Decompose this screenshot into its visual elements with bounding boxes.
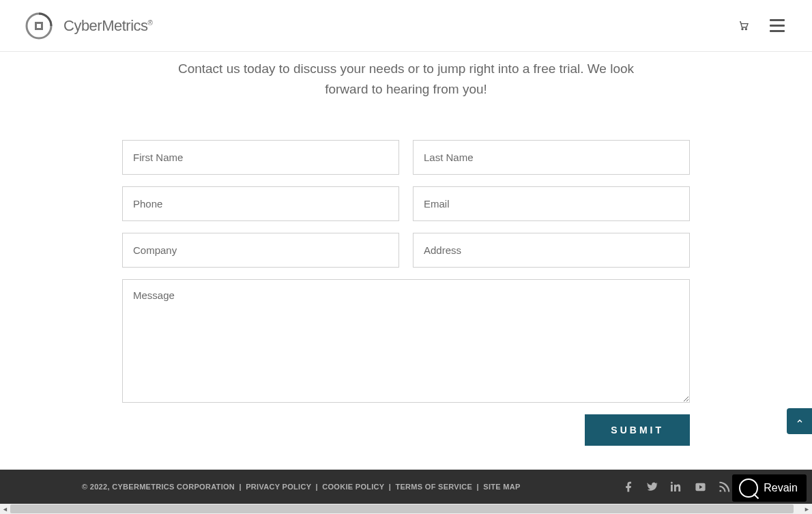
intro-text: Contact us today to discuss your needs o…: [160, 59, 652, 100]
phone-field[interactable]: [122, 186, 399, 221]
address-field[interactable]: [413, 233, 690, 268]
sitemap-link[interactable]: SITE MAP: [483, 483, 520, 491]
header-actions: [738, 16, 788, 35]
logo[interactable]: CyberMetrics®: [24, 10, 152, 42]
company-field[interactable]: [122, 233, 399, 268]
svg-point-5: [719, 489, 721, 491]
magnify-icon: [739, 479, 758, 498]
logo-mark-icon: [24, 10, 57, 42]
copyright-text: © 2022, CYBERMETRICS CORPORATION: [82, 483, 235, 491]
main-content: Contact us today to discuss your needs o…: [0, 52, 812, 473]
scroll-thumb[interactable]: [10, 504, 794, 513]
badge-label: Revain: [764, 482, 798, 494]
svg-rect-2: [37, 24, 41, 28]
scroll-right-arrow[interactable]: ►: [802, 504, 812, 514]
cart-icon[interactable]: [738, 20, 749, 31]
site-footer: © 2022, CYBERMETRICS CORPORATION | PRIVA…: [0, 470, 812, 504]
contact-card: Contact us today to discuss your needs o…: [40, 59, 772, 473]
twitter-icon[interactable]: [647, 481, 658, 493]
youtube-icon[interactable]: [695, 481, 706, 493]
site-header: CyberMetrics®: [0, 0, 812, 52]
email-field[interactable]: [413, 186, 690, 221]
facebook-icon[interactable]: [623, 481, 635, 493]
submit-button[interactable]: SUBMIT: [585, 414, 690, 446]
linkedin-icon[interactable]: [671, 481, 682, 493]
svg-point-3: [742, 28, 743, 29]
message-field[interactable]: [122, 279, 690, 403]
last-name-field[interactable]: [413, 140, 690, 175]
footer-legal: © 2022, CYBERMETRICS CORPORATION | PRIVA…: [82, 483, 521, 491]
message-wrap: [122, 279, 690, 405]
rss-icon[interactable]: [719, 481, 730, 493]
svg-point-4: [745, 28, 746, 29]
horizontal-scrollbar[interactable]: ◄ ►: [0, 504, 812, 514]
form-grid: [122, 140, 690, 268]
terms-link[interactable]: TERMS OF SERVICE: [395, 483, 472, 491]
scroll-to-top-button[interactable]: [787, 408, 812, 434]
privacy-link[interactable]: PRIVACY POLICY: [246, 483, 311, 491]
first-name-field[interactable]: [122, 140, 399, 175]
revain-badge[interactable]: Revain: [732, 474, 807, 502]
logo-text: CyberMetrics®: [63, 17, 152, 35]
scroll-track[interactable]: [10, 504, 802, 514]
social-links: [623, 481, 730, 493]
scroll-left-arrow[interactable]: ◄: [0, 504, 10, 514]
cookie-link[interactable]: COOKIE POLICY: [322, 483, 384, 491]
hamburger-menu-button[interactable]: [766, 16, 788, 35]
submit-row: SUBMIT: [122, 414, 690, 446]
